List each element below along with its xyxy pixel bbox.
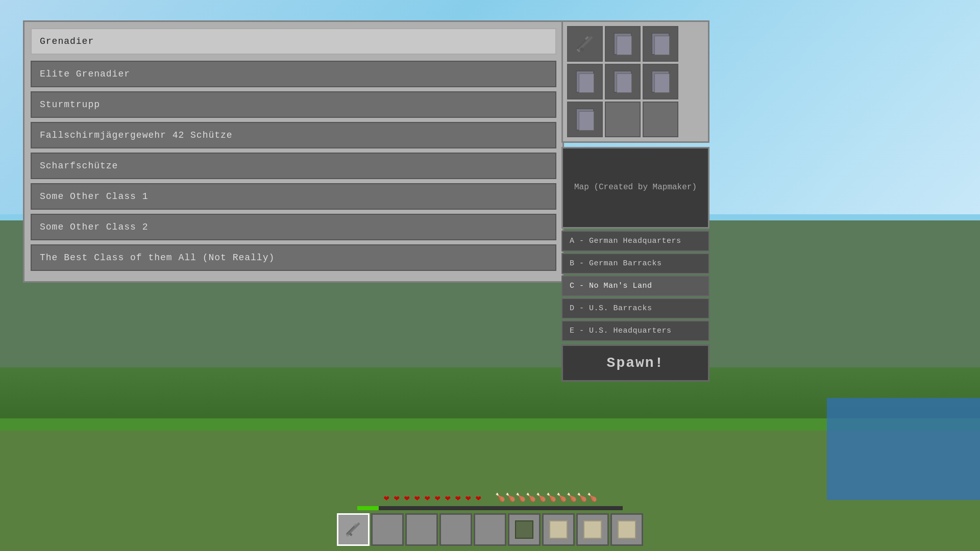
hotbar-slot-3[interactable] [405, 513, 438, 546]
location-buttons: A - German Headquarters B - German Barra… [561, 231, 709, 341]
hunger-3: 🍗 [516, 494, 525, 503]
location-btn-d[interactable]: D - U.S. Barracks [561, 298, 709, 319]
svg-rect-5 [346, 522, 360, 537]
book-icon-3 [651, 33, 670, 55]
hotbar-slot-1[interactable] [337, 513, 370, 546]
items-grid [561, 20, 709, 143]
heart-2: ❤ [394, 494, 403, 503]
book-icon-5 [614, 70, 632, 93]
heart-3: ❤ [404, 494, 413, 503]
heart-7: ❤ [445, 494, 454, 503]
item-slot-7[interactable] [567, 102, 603, 137]
hunger-1: 🍗 [495, 494, 504, 503]
right-panel: Map (Created by Mapmaker) A - German Hea… [561, 20, 709, 382]
hunger-5: 🍗 [536, 494, 545, 503]
hud: ❤ ❤ ❤ ❤ ❤ ❤ ❤ ❤ ❤ ❤ 🍗 🍗 🍗 🍗 🍗 🍗 🍗 🍗 🍗 🍗 [0, 449, 980, 551]
hunger-8: 🍗 [567, 494, 576, 503]
hud-stats: ❤ ❤ ❤ ❤ ❤ ❤ ❤ ❤ ❤ ❤ 🍗 🍗 🍗 🍗 🍗 🍗 🍗 🍗 🍗 🍗 [384, 494, 596, 503]
map-label: Map (Created by Mapmaker) [574, 181, 697, 194]
book-icon-4 [576, 70, 594, 93]
hotbar-slot-9[interactable] [610, 513, 643, 546]
class-button-other-class-2[interactable]: Some Other Class 2 [31, 214, 556, 240]
heart-5: ❤ [425, 494, 434, 503]
class-button-grenadier[interactable]: Grenadier [31, 28, 556, 55]
class-button-best-class[interactable]: The Best Class of them All (Not Really) [31, 244, 556, 271]
hotbar [336, 512, 644, 547]
hotbar-slot-6[interactable] [508, 513, 541, 546]
heart-4: ❤ [414, 494, 424, 503]
svg-rect-0 [577, 36, 593, 52]
hunger-9: 🍗 [577, 494, 586, 503]
location-btn-a[interactable]: A - German Headquarters [561, 231, 709, 252]
hunger-7: 🍗 [556, 494, 566, 503]
hotbar-slot-8[interactable] [576, 513, 609, 546]
hotbar-slot-2[interactable] [371, 513, 404, 546]
item-slot-6[interactable] [643, 64, 678, 99]
hotbar-slot-4[interactable] [439, 513, 472, 546]
class-button-fallschirmjager[interactable]: Fallschirmjägergewehr 42 Schütze [31, 122, 556, 148]
location-btn-c[interactable]: C - No Man's Land [561, 276, 709, 296]
xp-bar-container [357, 506, 623, 510]
item-slot-5[interactable] [605, 64, 641, 99]
book-icon-7 [576, 108, 594, 131]
class-button-scharfschutze[interactable]: Scharfschütze [31, 153, 556, 179]
hunger-container: 🍗 🍗 🍗 🍗 🍗 🍗 🍗 🍗 🍗 🍗 [495, 494, 596, 503]
item-slot-1[interactable] [567, 26, 603, 62]
location-btn-e[interactable]: E - U.S. Headquarters [561, 320, 709, 341]
hearts-container: ❤ ❤ ❤ ❤ ❤ ❤ ❤ ❤ ❤ ❤ [384, 494, 485, 503]
hunger-10: 🍗 [587, 494, 596, 503]
heart-6: ❤ [435, 494, 444, 503]
item-slot-2[interactable] [605, 26, 641, 62]
hotbar-slot-5[interactable] [474, 513, 506, 546]
hunger-6: 🍗 [546, 494, 555, 503]
heart-8: ❤ [455, 494, 464, 503]
heart-10: ❤ [476, 494, 485, 503]
item-slot-8[interactable] [605, 102, 641, 137]
book-icon-6 [651, 70, 670, 93]
hunger-4: 🍗 [526, 494, 535, 503]
hunger-2: 🍗 [505, 494, 514, 503]
map-panel: Map (Created by Mapmaker) [561, 147, 709, 229]
class-button-elite-grenadier[interactable]: Elite Grenadier [31, 61, 556, 87]
heart-9: ❤ [465, 494, 475, 503]
item-slot-4[interactable] [567, 64, 603, 99]
class-selection-panel: Grenadier Elite Grenadier Sturmtrupp Fal… [23, 20, 564, 283]
class-button-sturmtrupp[interactable]: Sturmtrupp [31, 91, 556, 118]
item-slot-3[interactable] [643, 26, 678, 62]
xp-bar [357, 506, 379, 510]
spawn-button[interactable]: Spawn! [561, 344, 709, 382]
heart-1: ❤ [384, 494, 393, 503]
item-slot-9[interactable] [643, 102, 678, 137]
hotbar-slot-7[interactable] [542, 513, 575, 546]
book-icon-2 [614, 33, 632, 55]
location-btn-b[interactable]: B - German Barracks [561, 253, 709, 274]
class-button-other-class-1[interactable]: Some Other Class 1 [31, 183, 556, 210]
